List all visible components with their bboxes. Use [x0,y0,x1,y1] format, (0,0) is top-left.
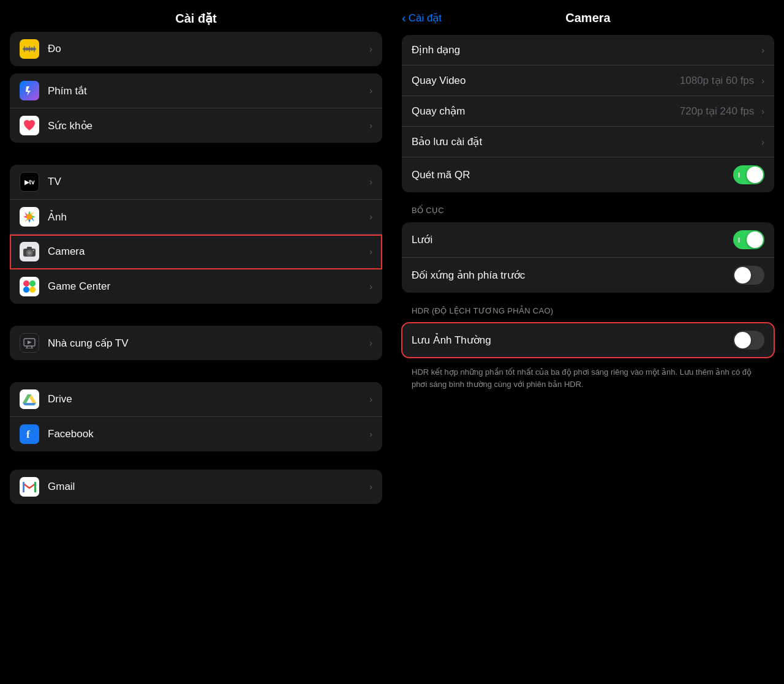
drive-icon [20,389,39,409]
settings-item-drive[interactable]: Drive › [10,382,382,417]
settings-group-3: Nhà cung cấp TV › [10,326,382,360]
settings-item-do[interactable]: Đo › [10,32,382,66]
settings-group-1: Phím tắt › Sức khỏe › [10,73,382,143]
camera-item-quay-video[interactable]: Quay Video 1080p tại 60 fps › [402,66,774,96]
section-bo-cuc: BỐ CỤC [402,196,774,219]
left-panel: Cài đặt Đo › Phím tắt › [0,0,392,684]
right-panel: ‹ Cài đặt Camera Định dạng › Quay Video … [392,0,784,684]
camera-group-2: Lưới I Đối xứng ảnh phía trước [402,222,774,293]
do-label: Đo [48,43,366,55]
quet-ma-qr-label: Quét mã QR [412,169,733,181]
camera-item-quet-ma-qr[interactable]: Quét mã QR I [402,157,774,192]
camera-item-luu-anh-thuong[interactable]: Lưu Ảnh Thường [402,323,774,358]
right-content: Định dạng › Quay Video 1080p tại 60 fps … [392,31,784,684]
shortcuts-chevron: › [369,86,372,96]
settings-item-shortcuts[interactable]: Phím tắt › [10,73,382,108]
tvprovider-icon [20,333,39,353]
photos-label: Ảnh [48,211,366,224]
drive-chevron: › [369,394,372,404]
svg-rect-10 [27,247,32,249]
hdr-footer: HDR kết hợp những phần tốt nhất của ba đ… [402,361,774,397]
quay-cham-label: Quay chậm [412,105,680,118]
svg-point-12 [23,280,29,287]
gmail-chevron: › [369,482,372,492]
quay-video-chevron: › [761,76,764,86]
tv-icon: ▶tv [20,172,39,192]
settings-item-gamecenter[interactable]: Game Center › [10,269,382,304]
toggle-knob-3 [734,267,751,284]
toggle-knob-4 [734,332,751,348]
camera-icon [20,242,39,261]
svg-point-15 [29,287,36,293]
settings-item-health[interactable]: Sức khỏe › [10,108,382,143]
tv-label: TV [48,176,366,188]
camera-label: Camera [48,246,366,258]
format-chevron: › [761,45,764,55]
settings-item-gmail[interactable]: Gmail › [10,470,382,504]
format-label: Định dạng [412,43,758,56]
health-chevron: › [369,121,372,130]
tvprovider-chevron: › [369,338,372,348]
svg-marker-21 [23,394,31,403]
shortcuts-icon [20,81,39,100]
shortcuts-label: Phím tắt [48,85,366,97]
quay-video-label: Quay Video [412,75,680,87]
svg-point-9 [28,251,31,255]
camera-item-format[interactable]: Định dạng › [402,35,774,66]
back-chevron-icon: ‹ [402,11,406,25]
luu-anh-thuong-toggle[interactable] [733,331,764,350]
luoi-toggle[interactable]: I [733,230,764,249]
luu-anh-thuong-label: Lưu Ảnh Thường [412,334,733,347]
camera-group-3: Lưu Ảnh Thường [402,323,774,358]
do-icon [20,39,39,59]
svg-rect-25 [23,482,24,492]
doi-xung-label: Đối xứng ảnh phía trước [412,269,733,282]
camera-group-1: Định dạng › Quay Video 1080p tại 60 fps … [402,35,774,192]
settings-item-tv[interactable]: ▶tv TV › [10,165,382,200]
health-label: Sức khỏe [48,119,366,132]
settings-item-facebook[interactable]: f Facebook › [10,417,382,451]
settings-group-5: Gmail › [10,470,382,504]
do-chevron: › [369,44,372,54]
camera-item-bao-luu[interactable]: Bảo lưu cài đặt › [402,127,774,157]
facebook-label: Facebook [48,428,366,440]
settings-item-tvprovider[interactable]: Nhà cung cấp TV › [10,326,382,360]
health-icon [20,116,39,135]
right-header: ‹ Cài đặt Camera [392,0,784,31]
settings-group-2: ▶tv TV › Ảnh › [10,165,382,304]
camera-item-luoi[interactable]: Lưới I [402,222,774,258]
drive-label: Drive [48,393,366,405]
gamecenter-icon [20,277,39,296]
toggle-knob [747,167,763,183]
gamecenter-chevron: › [369,282,372,291]
gamecenter-label: Game Center [48,280,366,293]
svg-marker-22 [23,403,36,405]
back-button[interactable]: ‹ Cài đặt [402,11,442,25]
svg-text:f: f [26,429,30,440]
photos-chevron: › [369,212,372,222]
toggle-on-label: I [738,171,740,179]
section-hdr: HDR (ĐỘ LỆCH TƯƠNG PHẢN CAO) [402,296,774,319]
camera-item-doi-xung[interactable]: Đối xứng ảnh phía trước [402,258,774,293]
settings-group-4: Drive › f Facebook › [10,382,382,451]
settings-item-camera[interactable]: Camera › [10,235,382,269]
quay-cham-chevron: › [761,107,764,116]
toggle-knob-2 [747,231,763,248]
bao-luu-chevron: › [761,137,764,147]
gmail-label: Gmail [48,481,366,493]
left-title: Cài đặt [0,0,392,32]
camera-item-quay-cham[interactable]: Quay chậm 720p tại 240 fps › [402,96,774,127]
quay-cham-value: 720p tại 240 fps [680,105,755,118]
facebook-icon: f [20,424,39,444]
luoi-label: Lưới [412,233,733,246]
gmail-icon [20,477,39,497]
svg-point-14 [23,287,29,293]
tv-chevron: › [369,177,372,187]
svg-rect-26 [34,482,36,492]
doi-xung-toggle[interactable] [733,266,764,285]
facebook-chevron: › [369,429,372,439]
settings-item-photos[interactable]: Ảnh › [10,200,382,235]
quet-ma-qr-toggle[interactable]: I [733,165,764,184]
svg-point-11 [32,250,34,251]
back-label: Cài đặt [409,12,442,24]
